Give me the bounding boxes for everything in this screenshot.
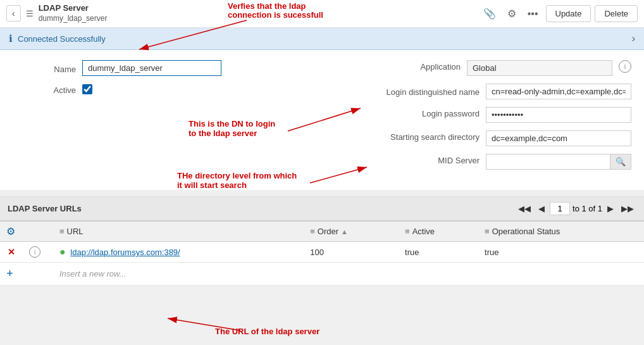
order-sort-icon[interactable]: ▲	[341, 228, 348, 235]
insert-row-label-cell[interactable]: Insert a new row...	[53, 263, 644, 285]
search-dir-field-group: Starting search directory	[322, 130, 631, 146]
application-field-group: Application i	[322, 60, 631, 76]
active-checkbox[interactable]	[82, 84, 92, 94]
col-header-status: ≡ Operational Status	[478, 222, 644, 242]
login-password-input[interactable]	[486, 107, 631, 123]
search-dir-label: Starting search directory	[390, 130, 480, 143]
status-col-label: Operational Status	[492, 227, 560, 236]
col-header-gear: ⚙	[0, 222, 23, 242]
urls-header: LDAP Server URLs ◀◀ ◀ to 1 of 1 ▶ ▶▶	[0, 197, 644, 221]
col-header-actions	[23, 222, 53, 242]
form-row-password: Login password	[13, 107, 631, 123]
hamburger-icon: ☰	[26, 9, 34, 18]
insert-plus-icon[interactable]: +	[6, 267, 13, 280]
mid-server-search-button[interactable]: 🔍	[610, 154, 631, 169]
page-number-input[interactable]	[550, 202, 570, 215]
search-dir-input[interactable]	[486, 130, 631, 146]
col-header-active: ≡ Active	[399, 222, 478, 242]
order-col-label: Order	[318, 227, 338, 236]
row-info-cell: i	[23, 242, 53, 263]
update-button[interactable]: Update	[546, 5, 591, 22]
name-label: Name	[13, 63, 76, 74]
delete-row-icon[interactable]: ✕	[8, 247, 15, 257]
form-row-mid-server: MID Server 🔍	[13, 154, 631, 170]
row-order-value: 100	[310, 248, 324, 257]
delete-button[interactable]: Delete	[595, 5, 638, 22]
top-bar-title: LDAP Server dummy_ldap_server	[39, 3, 108, 23]
mid-server-input-wrap: 🔍	[486, 154, 631, 170]
svg-line-11	[168, 318, 240, 330]
urls-section-title: LDAP Server URLs	[8, 204, 82, 213]
urls-table: ⚙ ≡ URL ≡ Order ▲	[0, 221, 644, 285]
mid-server-label: MID Server	[397, 154, 480, 165]
page-of-label: to 1 of 1	[573, 204, 602, 213]
settings-button[interactable]: ⚙	[504, 5, 520, 22]
row-info-icon[interactable]: i	[29, 246, 40, 258]
table-header-row: ⚙ ≡ URL ≡ Order ▲	[0, 222, 644, 242]
application-info-icon[interactable]: i	[619, 60, 631, 73]
top-bar-actions: 📎 ⚙ ••• Update Delete	[480, 5, 638, 22]
ldap-urls-section: LDAP Server URLs ◀◀ ◀ to 1 of 1 ▶ ▶▶ ⚙	[0, 196, 644, 285]
password-field-group: Login password	[322, 107, 631, 123]
name-input[interactable]	[82, 60, 221, 76]
form-row-active: Active Login distinguished name	[13, 84, 631, 99]
form-row-name: Name Application i	[13, 60, 631, 76]
row-delete-cell: ✕	[0, 242, 23, 263]
active-field-group: Active	[13, 84, 322, 95]
attachment-button[interactable]: 📎	[480, 5, 500, 22]
row-url-link[interactable]: ldap://ldap.forumsys.com:389/	[70, 248, 180, 257]
login-dn-input[interactable]	[486, 84, 631, 99]
row-status-cell: true	[478, 242, 644, 263]
form-row-search-dir: Starting search directory	[13, 130, 631, 146]
first-page-button[interactable]: ◀◀	[516, 203, 533, 215]
table-settings-icon[interactable]: ⚙	[6, 226, 15, 237]
success-banner: ℹ Connected Successfully ›	[0, 28, 644, 50]
url-col-label: URL	[67, 227, 84, 236]
active-col-menu-icon: ≡	[405, 227, 410, 236]
form-area: Name Application i Active Login distingu…	[0, 50, 644, 190]
row-url-cell: ● ldap://ldap.forumsys.com:389/	[53, 242, 304, 263]
active-label: Active	[13, 84, 76, 95]
row-status-dot: ●	[59, 246, 66, 257]
url-col-menu-icon: ≡	[59, 227, 65, 236]
top-bar: ‹ ☰ LDAP Server dummy_ldap_server 📎 ⚙ ••…	[0, 0, 644, 28]
col-header-order: ≡ Order ▲	[304, 222, 399, 242]
svg-text:The URL of the ldap server: The URL of the ldap server	[215, 327, 319, 336]
banner-message: Connected Successfully	[18, 34, 106, 44]
order-col-menu-icon: ≡	[310, 227, 315, 236]
application-label: Application	[378, 60, 461, 72]
application-input[interactable]	[467, 60, 612, 76]
banner-chevron-icon[interactable]: ›	[632, 33, 635, 44]
login-dn-label: Login distinguished name	[387, 85, 480, 98]
col-header-url: ≡ URL	[53, 222, 304, 242]
next-page-button[interactable]: ▶	[605, 203, 616, 215]
row-status-value: true	[485, 248, 498, 257]
row-active-value: true	[405, 248, 419, 257]
page-subtitle: dummy_ldap_server	[39, 14, 108, 24]
pagination: ◀◀ ◀ to 1 of 1 ▶ ▶▶	[516, 202, 636, 215]
name-field-group: Name	[13, 60, 322, 76]
active-col-label: Active	[412, 227, 435, 236]
status-col-menu-icon: ≡	[485, 227, 490, 236]
mid-server-field-group: MID Server 🔍	[322, 154, 631, 170]
banner-info-icon: ℹ	[9, 33, 13, 44]
mid-server-input[interactable]	[486, 154, 610, 169]
page-wrapper: ‹ ☰ LDAP Server dummy_ldap_server 📎 ⚙ ••…	[0, 0, 644, 345]
row-order-cell: 100	[304, 242, 399, 263]
back-button[interactable]: ‹	[6, 5, 21, 22]
login-dn-field-group: Login distinguished name	[322, 84, 631, 99]
insert-row-label: Insert a new row...	[59, 269, 127, 279]
top-bar-left: ‹ ☰ LDAP Server dummy_ldap_server	[6, 3, 107, 23]
insert-plus-cell: +	[0, 263, 23, 285]
more-button[interactable]: •••	[524, 6, 542, 22]
row-active-cell: true	[399, 242, 478, 263]
page-title: LDAP Server	[39, 3, 108, 14]
login-password-label: Login password	[397, 107, 480, 118]
table-row: ✕ i ● ldap://ldap.forumsys.com:389/ 100 …	[0, 242, 644, 263]
prev-page-button[interactable]: ◀	[536, 203, 547, 215]
last-page-button[interactable]: ▶▶	[619, 203, 636, 215]
insert-row: + Insert a new row...	[0, 263, 644, 285]
